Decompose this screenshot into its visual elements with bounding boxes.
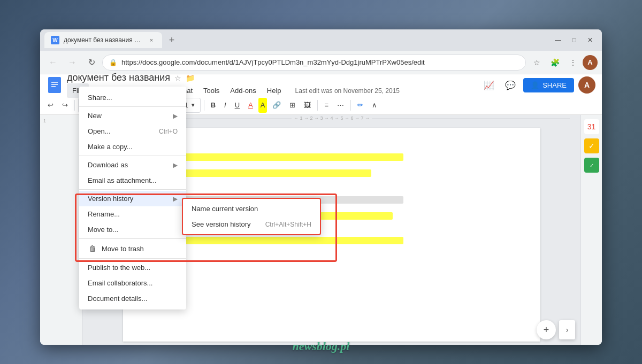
download-arrow-icon: ▶ [173,161,178,169]
redo-button[interactable]: ↪ [59,98,71,113]
svg-rect-0 [49,78,60,92]
trash-icon: 🗑 [88,244,97,253]
undo-button[interactable]: ↩ [44,98,57,113]
sep6 [350,100,351,111]
sep1 [74,100,75,111]
italic-button[interactable]: I [221,98,230,113]
doc-details-label: Document details... [88,295,147,303]
file-menu-section-4: Version history ▶ Rename... Move to... [79,190,186,239]
menu-email-collaborators[interactable]: Email collaborators... [79,275,186,291]
menu-version-history[interactable]: Version history ▶ [79,191,186,206]
menu-addons[interactable]: Add-ons [225,83,261,98]
open-menu-label: Open... [88,127,111,135]
link-button[interactable]: 🔗 [269,98,284,113]
menu-publish[interactable]: Publish to the web... [79,260,186,275]
lock-icon: 🔒 [109,59,117,66]
folder-icon[interactable]: 📁 [186,74,195,82]
comment-icon[interactable]: 💬 [502,76,519,94]
menu-rename[interactable]: Rename... [79,206,186,222]
minimize-button[interactable]: — [551,33,565,48]
menu-help[interactable]: Help [262,83,287,98]
reload-button[interactable]: ↻ [83,54,100,71]
menu-tools[interactable]: Tools [198,83,225,98]
highlight-button[interactable]: A [258,98,268,113]
insert-button[interactable]: + [537,320,556,339]
new-menu-label: New [88,112,102,120]
file-menu-section-3: Download as ▶ Email as attachment... [79,156,186,190]
file-menu: Share... New ▶ Open... Ctrl+O Make a cop… [79,87,186,309]
share-icon: 👤 [531,81,539,89]
make-copy-label: Make a copy... [88,143,133,151]
bookmark-button[interactable]: ☆ [528,54,545,71]
menu-open[interactable]: Open... Ctrl+O [79,123,186,139]
size-dropdown-icon: ▼ [190,102,196,108]
rename-label: Rename... [88,210,120,218]
move-to-label: Move to... [88,226,118,234]
file-menu-section-1: Share... [79,89,186,107]
sep5 [317,100,318,111]
new-tab-button[interactable]: + [164,33,179,48]
calendar-widget[interactable]: 31 [584,119,599,134]
menu-make-copy[interactable]: Make a copy... [79,139,186,154]
email-collaborators-label: Email collaborators... [88,279,152,287]
browser-tab[interactable]: W документ без названия - Goo... × [44,32,162,48]
tab-title: документ без названия - Goo... [64,36,143,44]
file-menu-section-6: Publish to the web... Email collaborator… [79,259,186,307]
name-version-label: Name current version [192,205,258,213]
underline-button[interactable]: U [232,98,243,113]
activity-icon[interactable]: 📈 [480,76,498,94]
publish-label: Publish to the web... [88,264,150,272]
tasks-widget[interactable]: ✓ [584,138,599,153]
version-arrow-icon: ▶ [173,195,178,203]
maximize-button[interactable]: □ [567,33,582,48]
version-history-label: Version history [88,195,133,203]
menu-new[interactable]: New ▶ [79,108,186,123]
user-avatar[interactable]: A [578,76,595,94]
profile-avatar[interactable]: A [583,55,598,70]
align-button[interactable]: ≡ [321,98,332,113]
docs-logo [47,75,63,95]
insert-comment-button[interactable]: ⊞ [286,98,299,113]
file-menu-section-5: 🗑 Move to trash [79,239,186,259]
menu-download-as[interactable]: Download as ▶ [79,157,186,173]
sep4 [204,100,204,111]
url-bar[interactable]: 🔒 https://docs.google.com/document/d/1AJ… [102,55,526,71]
document-title[interactable]: документ без названия [67,72,170,83]
download-as-label: Download as [88,161,128,169]
extension-button[interactable]: 🧩 [546,54,563,71]
image-button[interactable]: 🖼 [301,98,314,113]
menu-email-attachment[interactable]: Email as attachment... [79,173,186,188]
menu-move-to[interactable]: Move to... [79,222,186,237]
forward-button[interactable]: → [64,54,81,71]
url-text: https://docs.google.com/document/d/1AJVj… [121,58,519,66]
bold-button[interactable]: B [208,98,219,113]
menu-trash[interactable]: 🗑 Move to trash [79,240,186,257]
back-button[interactable]: ← [44,54,62,71]
more-button[interactable]: ⋯ [334,98,347,113]
text-color-button[interactable]: A [245,98,256,113]
menu-share[interactable]: Share... [79,90,186,105]
open-shortcut: Ctrl+O [159,128,178,135]
expand-button[interactable]: ∧ [369,98,380,113]
close-button[interactable]: ✕ [583,33,598,48]
version-history-submenu: Name current version See version history… [182,198,321,235]
menu-button[interactable]: ⋮ [564,54,582,71]
tab-close-button[interactable]: × [147,36,156,44]
see-version-label: See version history [192,220,251,228]
last-edit-text: Last edit was on November 25, 2015 [295,87,400,95]
window-controls: — □ ✕ [551,33,598,48]
star-icon[interactable]: ☆ [174,74,181,82]
editing-icon[interactable]: ✏ [354,98,366,113]
name-version-item[interactable]: Name current version [183,201,320,216]
keep-widget[interactable]: ✓ [584,158,599,173]
addressbar-actions: ☆ 🧩 ⋮ A [528,54,598,71]
share-menu-label: Share... [88,94,112,102]
scroll-right-button[interactable]: › [559,320,575,339]
addressbar: ← → ↻ 🔒 https://docs.google.com/document… [40,51,602,74]
share-button[interactable]: 👤 SHARE [523,78,574,92]
menu-doc-details[interactable]: Document details... [79,291,186,306]
titlebar: W документ без названия - Goo... × + — □… [40,29,602,51]
see-version-item[interactable]: See version history Ctrl+Alt+Shift+H [183,216,320,232]
docs-actions: 📈 💬 👤 SHARE A [480,76,595,94]
new-arrow-icon: ▶ [173,112,178,120]
